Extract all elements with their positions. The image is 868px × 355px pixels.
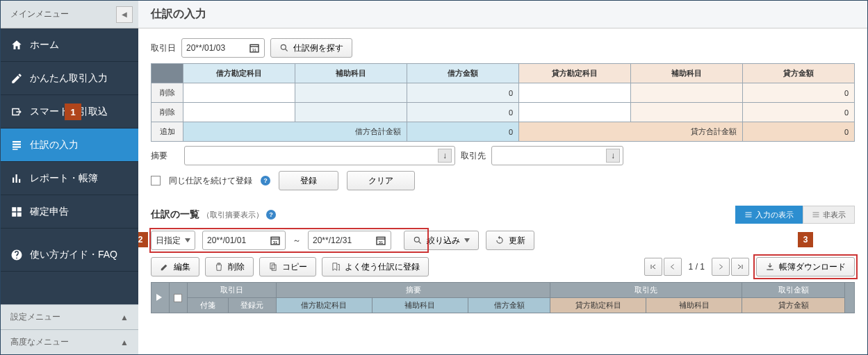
download-icon (765, 262, 775, 272)
button-label: 編集 (174, 261, 190, 273)
copy-icon (268, 262, 278, 272)
copy-button[interactable]: コピー (259, 257, 316, 276)
date-from-input[interactable]: 20**/01/01 31 (202, 231, 286, 250)
clear-button[interactable]: クリア (347, 171, 415, 190)
search-icon (413, 236, 423, 245)
cell-debit-sub[interactable] (295, 83, 407, 103)
sum-debit-value: 0 (407, 122, 519, 142)
list-grid-header: 取引日 摘要 取引先 取引金額 付箋 登録元 借方勘定科目 補助科目 借方金額 … (151, 282, 855, 313)
edit-button[interactable]: 編集 (151, 257, 199, 276)
sidebar-item-label: 使い方ガイド・FAQ (30, 249, 117, 261)
chevron-up-icon: ▲ (120, 338, 129, 347)
memo-dropdown-icon[interactable]: ↓ (438, 149, 452, 163)
sum-credit-value: 0 (743, 122, 855, 142)
memo-label: 摘要 (151, 150, 179, 162)
toggle-hide[interactable]: 非表示 (803, 206, 855, 224)
cell-debit-sub[interactable] (295, 103, 407, 122)
grid-th-csub: 補助科目 (646, 298, 742, 313)
delete-button[interactable]: 削除 (205, 257, 254, 276)
cell-credit-sub[interactable] (631, 103, 743, 122)
sum-debit-label: 借方合計金額 (183, 122, 407, 142)
cell-debit-acct[interactable] (183, 83, 295, 103)
button-label: 絞り込み (427, 235, 460, 247)
sidebar-collapse-button[interactable]: ◀ (116, 6, 133, 23)
list-title: 仕訳の一覧 （取引摘要表示） ? (151, 208, 276, 221)
help-icon[interactable]: ? (261, 176, 270, 185)
chevron-down-icon (464, 238, 470, 242)
date-value: 20**/01/03 (186, 43, 225, 53)
cell-credit-acct[interactable] (519, 103, 631, 122)
memo-input[interactable]: ↓ (184, 146, 455, 165)
sidebar-item-home[interactable]: ホーム (1, 28, 138, 62)
pencil-icon (10, 72, 23, 85)
register-button[interactable]: 登録 (279, 171, 338, 190)
transaction-date-input[interactable]: 20**/01/03 31 (181, 38, 265, 58)
filter-button[interactable]: 絞り込み (404, 231, 479, 250)
repeat-label: 同じ仕訳を続けて登録 (169, 175, 252, 187)
favorite-button[interactable]: よく使う仕訳に登録 (322, 257, 429, 276)
row-delete-button[interactable]: 削除 (152, 83, 183, 103)
grid-check-col[interactable] (169, 283, 187, 313)
th-credit-amt: 貸方金額 (743, 64, 855, 83)
th-debit-sub: 補助科目 (295, 64, 407, 83)
date-mode-select[interactable]: 日指定 (151, 231, 195, 250)
cell-credit-sub[interactable] (631, 83, 743, 103)
pager-prev[interactable] (664, 258, 682, 276)
sidebar-sub-settings[interactable]: 設定メニュー ▲ (1, 304, 138, 329)
sidebar-item-journal[interactable]: 仕訳の入力 (1, 129, 138, 162)
repeat-checkbox[interactable] (151, 176, 161, 185)
sidebar-item-help[interactable]: 使い方ガイド・FAQ (1, 238, 138, 272)
grid-run-col[interactable] (152, 283, 170, 313)
grid-th-date: 取引日 (187, 283, 276, 298)
button-label: 更新 (509, 235, 525, 247)
download-button[interactable]: 帳簿ダウンロード (756, 257, 855, 276)
partner-label: 取引先 (461, 150, 486, 162)
bookmark-icon (331, 262, 341, 272)
pager-next[interactable] (712, 258, 730, 276)
toggle-label: 非表示 (823, 210, 846, 220)
cell-debit-acct[interactable] (183, 103, 295, 122)
button-label: よく使う仕訳に登録 (345, 261, 420, 273)
row-delete-button[interactable]: 削除 (152, 103, 183, 122)
sidebar-item-smart-import[interactable]: スマート取引取込 1 (1, 95, 138, 129)
sidebar-item-easy-entry[interactable]: かんたん取引入力 (1, 62, 138, 95)
pager-last[interactable] (731, 258, 749, 276)
cell-credit-amt[interactable]: 0 (743, 103, 855, 122)
grid-th-dsub: 補助科目 (372, 298, 468, 313)
toggle-label: 入力の表示 (755, 210, 794, 220)
refresh-button[interactable]: 更新 (486, 231, 534, 250)
row-add-button[interactable]: 追加 (152, 122, 183, 142)
partner-input[interactable]: ↓ (491, 146, 623, 165)
cell-debit-amt[interactable]: 0 (407, 83, 519, 103)
chevron-up-icon: ▲ (120, 313, 129, 322)
grid-th-dacct: 借方勘定科目 (276, 298, 372, 313)
display-toggle: 入力の表示 非表示 (735, 206, 855, 224)
date-to-input[interactable]: 20**/12/31 31 (308, 231, 391, 250)
list-icon (744, 210, 753, 219)
calendar-icon: 31 (375, 235, 386, 246)
sidebar: メインメニュー ◀ ホーム かんたん取引入力 スマート取引取込 1 仕訳の入力 … (1, 1, 138, 354)
sidebar-sub-advanced[interactable]: 高度なメニュー ▲ (1, 329, 138, 354)
search-sample-button[interactable]: 仕訳例を探す (270, 38, 352, 58)
sidebar-item-tax[interactable]: 確定申告 (1, 195, 138, 229)
sum-credit-label: 貸方合計金額 (519, 122, 743, 142)
calendar-icon: 31 (249, 42, 260, 53)
list-title-sub: （取引摘要表示） (202, 210, 263, 220)
grid-th-partner: 取引先 (550, 283, 742, 298)
toggle-show-input[interactable]: 入力の表示 (735, 206, 803, 224)
grid-th-camt: 貸方金額 (742, 298, 845, 313)
journal-entry-table: 借方勘定科目 補助科目 借方金額 貸方勘定科目 補助科目 貸方金額 削除 0 0 (151, 63, 855, 142)
chevron-down-icon (185, 238, 190, 242)
help-icon[interactable]: ? (266, 210, 276, 220)
cell-debit-amt[interactable]: 0 (407, 103, 519, 122)
cell-credit-amt[interactable]: 0 (743, 83, 855, 103)
partner-dropdown-icon[interactable]: ↓ (606, 149, 620, 163)
import-icon (10, 106, 23, 118)
cell-credit-acct[interactable] (519, 83, 631, 103)
transaction-date-label: 取引日 (151, 42, 176, 54)
scrollbar-stub[interactable] (845, 283, 855, 313)
svg-point-2 (281, 44, 286, 49)
sidebar-item-reports[interactable]: レポート・帳簿 (1, 162, 138, 195)
pager-first[interactable] (644, 258, 662, 276)
svg-text:31: 31 (273, 240, 278, 245)
